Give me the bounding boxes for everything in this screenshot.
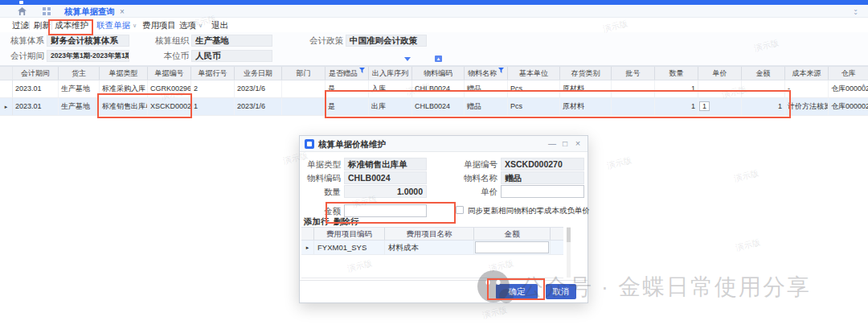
col-material-code[interactable]: 物料编码 [412, 67, 465, 80]
col-department[interactable]: 部门 [282, 67, 326, 80]
col-in-out-seq[interactable]: 出入库序列 [369, 67, 412, 80]
exit-button[interactable]: 退出 [211, 19, 228, 31]
collapse-all-icon[interactable]: ⌄⌄ [853, 8, 858, 14]
ok-button[interactable]: 确定 [496, 284, 538, 299]
cost-maintain-button[interactable]: 成本维护 [55, 19, 88, 31]
filter-button[interactable]: 过滤 [12, 19, 29, 31]
accounting-policy-field[interactable]: 中国准则会计政策 [346, 35, 427, 47]
expense-item-button[interactable]: 费用项目 [142, 19, 176, 31]
minimize-icon[interactable]: — [546, 136, 559, 152]
col-doc-no[interactable]: 单据编号 [148, 67, 191, 80]
row-indicator-header [0, 67, 13, 80]
doc-no-label: 单据编号 [444, 158, 497, 171]
filter-panel: 核算体系 财务会计核算体系 核算组织 生产基地 会计政策 中国准则会计政策 会计… [0, 32, 868, 66]
cancel-button[interactable]: 取消 [546, 284, 576, 299]
delete-row-button[interactable]: 删除行 [334, 216, 359, 228]
accounting-system-field[interactable]: 财务会计核算体系 [47, 35, 129, 47]
expense-table-header: 费用项目编码 费用项目名称 金额 [301, 227, 563, 241]
app-window: 核算单据查询× ⌄⌄ 过滤 刷新 成本维护 联查单据∨ 费用项目 选项∨ 退出 … [0, 0, 868, 325]
accounting-system-label: 核算体系 [0, 35, 44, 47]
refresh-button[interactable]: 刷新 [34, 19, 51, 31]
col-batch-no[interactable]: 批号 [612, 67, 655, 80]
linked-docs-button[interactable]: 联查单据∨ [96, 19, 137, 31]
filter-funnel-icon[interactable] [359, 68, 365, 73]
col-owner[interactable]: 货主 [59, 67, 100, 80]
material-name-label: 物料名称 [444, 172, 497, 184]
col-expense-amount[interactable]: 金额 [474, 228, 551, 240]
chevron-down-icon: ∨ [133, 23, 137, 28]
material-code-field: CHLB0024 [344, 171, 427, 184]
documents-table: 会计期间 货主 单据类型 单据编号 单据行号 业务日期 部门 是否赠品 出入库序… [0, 66, 868, 116]
row-indicator: ▸ [301, 241, 314, 254]
col-expense-name[interactable]: 费用项目名称 [385, 228, 474, 240]
col-warehouse[interactable]: 仓库 [829, 67, 868, 80]
accounting-org-field[interactable]: 生产基地 [191, 35, 272, 47]
col-expense-code[interactable]: 费用项目编码 [314, 228, 385, 240]
panel-pin-icon[interactable]: ▲ [435, 56, 442, 62]
col-price[interactable]: 单价 [698, 67, 742, 80]
doc-no-field: XSCKD000270 [501, 158, 584, 171]
col-cost-source[interactable]: 成本来源 [785, 67, 829, 80]
row-indicator: ▸ [0, 98, 13, 115]
accounting-org-label: 核算组织 [135, 35, 189, 47]
col-doc-line[interactable]: 单据行号 [191, 67, 235, 80]
sync-update-label: 同步更新相同物料的零成本或负单价 [468, 206, 590, 216]
col-stock-category[interactable]: 存货类别 [560, 67, 612, 80]
tab-accounting-doc-query[interactable]: 核算单据查询× [64, 6, 125, 18]
col-accounting-period[interactable]: 会计期间 [13, 67, 59, 80]
col-doc-type[interactable]: 单据类型 [100, 67, 148, 80]
price-edit-cell[interactable]: 1 [699, 101, 710, 111]
table-row[interactable]: 2023.01 生产基地 标准采购入库 CGRK00296 2 2023/1/6… [0, 80, 868, 98]
col-amount[interactable]: 金额 [742, 67, 785, 80]
col-base-unit[interactable]: 基本单位 [508, 67, 560, 80]
tab-label: 核算单据查询 [64, 6, 115, 16]
table-bottom-border [301, 278, 563, 278]
filter-funnel-icon[interactable] [498, 68, 504, 73]
local-currency-label: 本位币 [135, 50, 189, 62]
tab-bar: 核算单据查询× ⌄⌄ [0, 5, 868, 18]
amount-label: 金额 [300, 205, 341, 217]
top-strip-dot [19, 1, 23, 4]
table-row-selected[interactable]: ▸ 2023.01 生产基地 标准销售出库单 XSCKD000270 1 202… [0, 98, 868, 116]
demo-watermark: 演示版 [606, 154, 633, 171]
demo-watermark: 演示版 [481, 304, 509, 321]
tab-close-icon[interactable]: × [120, 7, 125, 16]
amount-input[interactable] [344, 204, 427, 217]
local-currency-field[interactable]: 人民币 [191, 50, 272, 62]
options-button[interactable]: 选项∨ [179, 19, 203, 31]
material-code-label: 物料编码 [300, 172, 341, 184]
expense-items-table: 费用项目编码 费用项目名称 金额 ▸ FYXM01_SYS 材料成本 [301, 227, 563, 255]
price-input[interactable] [501, 185, 584, 198]
home-icon[interactable] [18, 7, 27, 15]
expense-amount-edit-cell[interactable] [475, 241, 549, 253]
accounting-period-field[interactable]: 2023年第1期-2023年第1期 [47, 50, 129, 62]
col-qty[interactable]: 数量 [655, 67, 698, 80]
grid-menu-icon[interactable] [43, 7, 51, 15]
qty-label: 数量 [300, 186, 341, 198]
dialog-app-icon [305, 139, 314, 149]
doc-type-field: 标准销售出库单 [344, 158, 427, 171]
toolbar-separator [29, 21, 30, 30]
price-maintain-dialog: 核算单据价格维护 — □ × 单据类型 标准销售出库单 单据编号 XSCKD00… [299, 135, 588, 303]
maximize-icon[interactable]: □ [559, 136, 571, 152]
dialog-footer-divider [300, 280, 588, 281]
toolbar-separator [51, 21, 52, 30]
col-material-name[interactable]: 物料名称 [465, 67, 508, 80]
table-header-row: 会计期间 货主 单据类型 单据编号 单据行号 业务日期 部门 是否赠品 出入库序… [0, 66, 868, 80]
close-icon[interactable]: × [571, 136, 584, 152]
price-label: 单价 [444, 186, 497, 198]
panel-collapse-icon[interactable] [404, 57, 411, 61]
col-biz-date[interactable]: 业务日期 [235, 67, 282, 80]
add-row-button[interactable]: 添加行 [304, 216, 330, 228]
dialog-title-bar[interactable]: 核算单据价格维护 — □ × [300, 136, 588, 152]
dialog-table-scrollbar[interactable] [567, 227, 571, 278]
scrollbar-up-icon[interactable]: ▲ [861, 82, 866, 88]
col-is-gift[interactable]: 是否赠品 [326, 67, 369, 80]
scrollbar-thumb[interactable] [567, 228, 571, 242]
expense-table-row[interactable]: ▸ FYXM01_SYS 材料成本 [301, 241, 563, 255]
sync-update-checkbox[interactable] [456, 206, 464, 214]
doc-type-label: 单据类型 [300, 158, 341, 171]
main-toolbar: 过滤 刷新 成本维护 联查单据∨ 费用项目 选项∨ 退出 [0, 18, 868, 32]
demo-watermark: 演示版 [733, 167, 760, 184]
dialog-title: 核算单据价格维护 [318, 136, 386, 152]
